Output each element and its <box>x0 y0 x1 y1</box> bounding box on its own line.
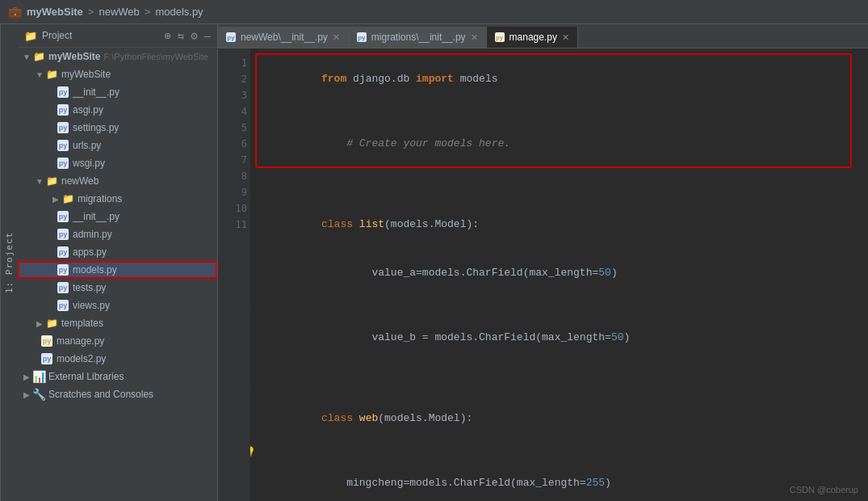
py-icon: py <box>57 263 69 276</box>
tree-item-models2-py[interactable]: py models2.py <box>18 350 217 368</box>
folder-icon: 📁 <box>32 50 45 63</box>
tab-init[interactable]: py newWeb\__init__.py ✕ <box>218 27 349 48</box>
scratches-icon: 🔧 <box>32 388 45 401</box>
settings-icon[interactable]: ⚙ <box>191 29 197 42</box>
title-bar: 💼 myWebSite > newWeb > models.py <box>0 0 868 24</box>
tab-manage[interactable]: py manage.py ✕ <box>487 27 578 48</box>
tree-label: migrations <box>78 193 122 204</box>
hide-icon[interactable]: — <box>204 29 211 42</box>
tree-item-asgi-py[interactable]: py asgi.py <box>18 101 217 119</box>
tab-label: migrations\__init__.py <box>371 32 466 43</box>
code-line-3: # Create your models here. <box>258 120 860 168</box>
tree-item-views-py[interactable]: py views.py <box>18 297 217 314</box>
tree-label: models2.py <box>57 353 106 364</box>
tree-label: __init__.py <box>73 211 120 222</box>
py-yellow-icon: py <box>40 335 53 347</box>
tab-py-yellow-icon: py <box>495 32 505 42</box>
add-content-icon[interactable]: ⊕ <box>164 29 170 42</box>
tree-item-mywebsite-root[interactable]: ▼ 📁 myWebSite F:\PythonFiles\myWebSite <box>18 48 217 65</box>
py-icon: py <box>57 157 69 170</box>
sidebar-panel: 1: Project 📁 Project ⊕ ⇆ ⚙ — ▼ <box>0 24 218 501</box>
main-layout: 1: Project 📁 Project ⊕ ⇆ ⚙ — ▼ <box>0 24 868 501</box>
tree-item-admin-py[interactable]: py admin.py <box>18 225 217 243</box>
tree-item-models-py[interactable]: py models.py <box>18 261 217 279</box>
tree-item-urls-py[interactable]: py urls.py <box>18 137 217 154</box>
tab-py-icon: py <box>226 32 236 42</box>
tree-item-settings-py[interactable]: py settings.py <box>18 119 217 137</box>
tree-arrow: ▼ <box>34 70 45 79</box>
py-icon: py <box>57 121 69 134</box>
tree-label: views.py <box>73 300 110 311</box>
title-sep2: > <box>145 6 151 18</box>
tree-label: myWebSite <box>61 69 111 80</box>
folder-icon: 📁 <box>45 68 58 81</box>
py-icon: py <box>57 228 69 241</box>
watermark: CSDN @coberup <box>790 485 858 495</box>
sidebar-toolbar: ⊕ ⇆ ⚙ — <box>164 29 211 42</box>
tree-item-mywebsite-inner[interactable]: ▼ 📁 myWebSite <box>18 65 217 83</box>
tree-item-newweb[interactable]: ▼ 📁 newWeb <box>18 172 217 190</box>
title-sep1: > <box>88 6 94 18</box>
code-line-1: from django.db import models <box>258 55 860 103</box>
editor-panel: py newWeb\__init__.py ✕ py migrations\__… <box>218 24 868 501</box>
tree-item-scratches[interactable]: ▶ 🔧 Scratches and Consoles <box>18 385 217 403</box>
collapse-icon[interactable]: ⇆ <box>178 29 184 42</box>
tree-item-migrations[interactable]: ▶ 📁 migrations <box>18 190 217 208</box>
tree-label: apps.py <box>73 246 107 258</box>
tree-label: models.py <box>73 264 117 276</box>
tree-item-apps-py[interactable]: py apps.py <box>18 243 217 261</box>
editor-tabs: py newWeb\__init__.py ✕ py migrations\__… <box>218 24 868 48</box>
code-line-7: ▼ value_b = models.CharField(max_length=… <box>258 297 860 362</box>
tab-label: manage.py <box>509 32 557 43</box>
title-folder: newWeb <box>99 6 139 18</box>
tree-arrow: ▶ <box>50 195 61 204</box>
code-line-8 <box>258 362 860 378</box>
sidebar-header: 📁 Project ⊕ ⇆ ⚙ — <box>18 24 217 48</box>
tree-label: myWebSite <box>48 51 100 62</box>
folder-icon: 📁 <box>45 317 58 330</box>
title-file: models.py <box>155 6 203 18</box>
tree-item-init-py-2[interactable]: py __init__.py <box>18 208 217 225</box>
code-line-5: ▼ class list(models.Model): <box>258 184 860 249</box>
tree-item-wsgi-py[interactable]: py wsgi.py <box>18 154 217 172</box>
tab-close-icon[interactable]: ✕ <box>471 32 478 43</box>
tree-label: admin.py <box>73 229 112 240</box>
tree-label: asgi.py <box>73 104 103 116</box>
tree-item-ext-libraries[interactable]: ▶ 📊 External Libraries <box>18 368 217 385</box>
tab-migrations-init[interactable]: py migrations\__init__.py ✕ <box>349 27 487 48</box>
sidebar-content: 📁 Project ⊕ ⇆ ⚙ — ▼ 📁 myWebSite F:\Pytho <box>18 24 217 501</box>
py-icon: py <box>57 210 69 223</box>
line-numbers: 1 2 3 4 5 6 7 8 9 10 11 <box>218 48 250 501</box>
tree-arrow: ▼ <box>21 53 32 61</box>
tree-arrow: ▼ <box>34 177 45 186</box>
tree-label: tests.py <box>73 282 106 293</box>
code-editor[interactable]: from django.db import models # Create yo… <box>250 48 868 501</box>
tab-label: newWeb\__init__.py <box>241 32 328 43</box>
tree-label: wsgi.py <box>73 158 105 169</box>
folder-icon: 📁 <box>61 192 74 205</box>
title-project: myWebSite <box>27 6 83 18</box>
tab-close-icon[interactable]: ✕ <box>562 32 569 43</box>
tree-item-templates[interactable]: ▶ 📁 templates <box>18 314 217 332</box>
project-panel-title: Project <box>42 30 159 41</box>
sidebar-vertical-tab[interactable]: 1: Project <box>0 24 18 501</box>
tree-arrow: ▶ <box>21 373 32 381</box>
py-icon: py <box>57 246 69 259</box>
py-icon: py <box>57 103 69 116</box>
tree-item-tests-py[interactable]: py tests.py <box>18 279 217 297</box>
code-line-6: value_a=models.CharField(max_length=50) <box>258 249 860 297</box>
ext-lib-icon: 📊 <box>32 370 45 383</box>
tree-label: Scratches and Consoles <box>48 389 153 400</box>
tree-item-init-py-1[interactable]: py __init__.py <box>18 83 217 101</box>
folder-icon: 📁 <box>45 175 58 187</box>
tree-item-manage-py[interactable]: py manage.py <box>18 332 217 350</box>
tab-close-icon[interactable]: ✕ <box>333 32 340 43</box>
tree-arrow: ▶ <box>21 390 32 399</box>
tree-label: newWeb <box>61 175 99 187</box>
tree-label: settings.py <box>73 122 119 133</box>
tree-label: manage.py <box>57 335 104 347</box>
py-icon: py <box>57 86 69 99</box>
code-line-10: 💡 mingcheng=models.CharField(max_length=… <box>258 443 860 501</box>
tree-label: __init__.py <box>73 86 120 98</box>
tab-py-icon: py <box>357 32 367 42</box>
